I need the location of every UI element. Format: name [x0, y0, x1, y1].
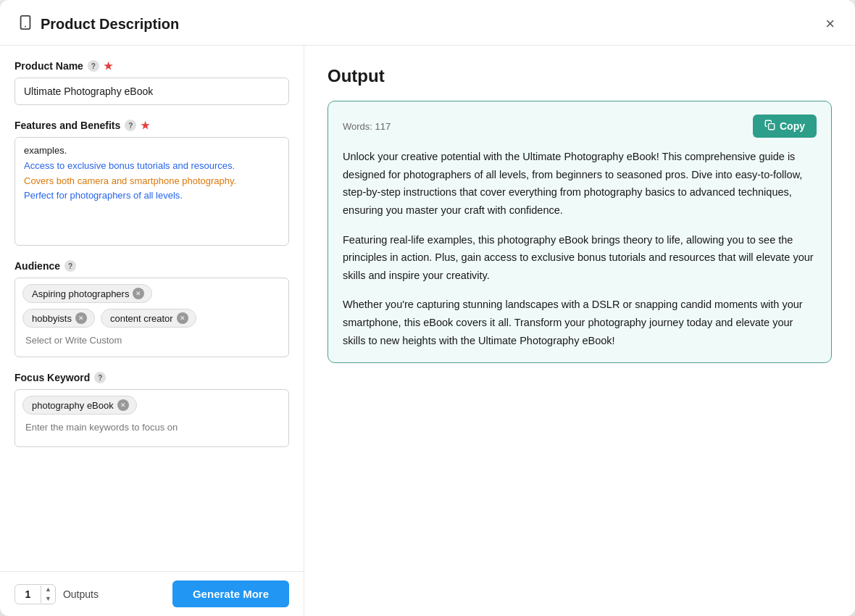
product-name-label: Product Name ? ★ — [14, 60, 289, 72]
keyword-tags-row: photography eBook ✕ — [22, 396, 281, 415]
features-required: ★ — [141, 120, 150, 131]
product-name-group: Product Name ? ★ — [14, 60, 289, 105]
copy-icon — [764, 120, 775, 133]
output-paragraph-1: Unlock your creative potential with the … — [343, 148, 817, 220]
output-paragraph-3: Whether you're capturing stunning landsc… — [343, 296, 817, 349]
product-name-required: ★ — [104, 60, 113, 72]
tag-photography-ebook-label: photography eBook — [32, 400, 114, 411]
outputs-label: Outputs — [63, 588, 99, 600]
right-panel: Output Words: 117 Copy — [304, 46, 855, 616]
output-card: Words: 117 Copy Unlock your creative pot… — [328, 101, 832, 363]
bottom-spacer — [14, 462, 289, 476]
audience-tags-box[interactable]: Aspiring photographers ✕ hobbyists ✕ con… — [14, 278, 289, 357]
close-button[interactable]: × — [822, 13, 838, 35]
audience-group: Audience ? Aspiring photographers ✕ — [14, 260, 289, 357]
output-card-header: Words: 117 Copy — [343, 115, 817, 138]
word-count: Words: 117 — [343, 121, 391, 132]
tag-photography-ebook-remove[interactable]: ✕ — [117, 399, 129, 411]
audience-tags-row-2: hobbyists ✕ content creator ✕ — [22, 309, 281, 328]
modal-header-left: Product Description — [17, 14, 179, 34]
stepper-arrows: ▲ ▼ — [41, 585, 55, 604]
tag-content-creator: content creator ✕ — [101, 309, 196, 328]
svg-rect-2 — [769, 124, 775, 130]
left-panel: Product Name ? ★ Features and Benefits ?… — [0, 46, 304, 616]
tag-content-creator-label: content creator — [110, 313, 173, 324]
output-title: Output — [328, 66, 832, 86]
stepper-down[interactable]: ▼ — [41, 594, 55, 604]
generate-more-button[interactable]: Generate More — [172, 580, 289, 607]
output-paragraph-2: Featuring real-life examples, this photo… — [343, 231, 817, 285]
focus-keyword-group: Focus Keyword ? photography eBook ✕ — [14, 372, 289, 447]
tag-aspiring-label: Aspiring photographers — [32, 288, 129, 299]
audience-help-icon[interactable]: ? — [64, 260, 76, 272]
feature-line-4: Perfect for photographers of all levels. — [24, 188, 280, 204]
left-scroll-area: Product Name ? ★ Features and Benefits ?… — [0, 46, 304, 571]
tag-aspiring-remove[interactable]: ✕ — [133, 288, 144, 299]
outputs-number: 1 — [15, 586, 41, 603]
copy-button[interactable]: Copy — [753, 115, 817, 138]
keyword-tags-box[interactable]: photography eBook ✕ — [14, 389, 289, 447]
product-name-help-icon[interactable]: ? — [88, 60, 99, 72]
tag-hobbyists-label: hobbyists — [32, 313, 72, 324]
copy-label: Copy — [780, 120, 805, 132]
modal-body: Product Name ? ★ Features and Benefits ?… — [0, 46, 855, 616]
modal-title: Product Description — [41, 16, 179, 33]
stepper-up[interactable]: ▲ — [41, 585, 55, 594]
features-help-icon[interactable]: ? — [125, 120, 136, 131]
feature-line-3: Covers both camera and smartphone photog… — [24, 174, 280, 189]
tag-aspiring-photographers: Aspiring photographers ✕ — [22, 284, 152, 303]
phone-icon — [17, 14, 33, 34]
audience-custom-input[interactable] — [22, 333, 281, 347]
audience-tags-row-1: Aspiring photographers ✕ — [22, 284, 281, 303]
outputs-stepper[interactable]: 1 ▲ ▼ — [14, 584, 56, 604]
modal-header: Product Description × — [0, 0, 855, 46]
features-label: Features and Benefits ? ★ — [14, 120, 289, 131]
modal: Product Description × Product Name ? ★ — [0, 0, 855, 616]
output-text: Unlock your creative potential with the … — [343, 148, 817, 349]
audience-label: Audience ? — [14, 260, 289, 272]
features-textarea[interactable]: examples. Access to exclusive bonus tuto… — [14, 137, 289, 246]
keyword-custom-input[interactable] — [22, 420, 281, 434]
features-group: Features and Benefits ? ★ examples. Acce… — [14, 120, 289, 246]
product-name-input[interactable] — [14, 78, 289, 105]
tag-hobbyists: hobbyists ✕ — [22, 309, 95, 328]
tag-photography-ebook: photography eBook ✕ — [22, 396, 137, 415]
bottom-bar: 1 ▲ ▼ Outputs Generate More — [0, 571, 304, 616]
focus-keyword-label: Focus Keyword ? — [14, 372, 289, 383]
tag-content-creator-remove[interactable]: ✕ — [177, 312, 188, 324]
tag-hobbyists-remove[interactable]: ✕ — [75, 312, 87, 324]
feature-line-2: Access to exclusive bonus tutorials and … — [24, 159, 280, 174]
keyword-help-icon[interactable]: ? — [94, 372, 106, 383]
feature-line-1: examples. — [24, 143, 280, 159]
